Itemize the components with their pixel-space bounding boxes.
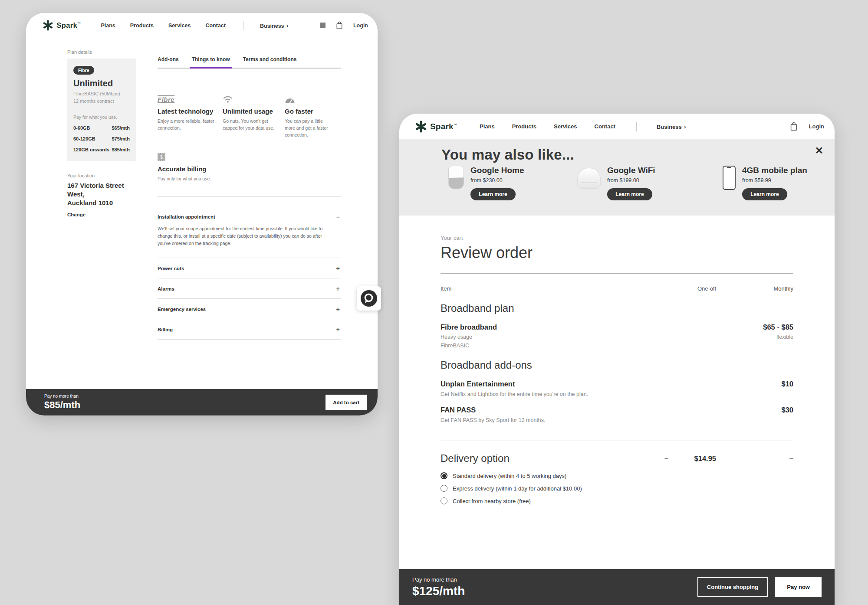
cart-subrow: Heavy usage flexible (441, 334, 793, 340)
radio-selected-icon[interactable] (441, 472, 447, 479)
nav-divider (243, 21, 243, 30)
login-link[interactable]: Login (809, 123, 824, 130)
accordion-header[interactable]: Billing + (158, 326, 340, 333)
nav-products[interactable]: Products (130, 23, 154, 29)
plan-tabs: Add-ons Things to know Terms and conditi… (158, 56, 341, 69)
monthly-price: $85/mth (44, 399, 80, 411)
monthly-price: $125/mth (412, 584, 465, 598)
cart-section: Your cart Review order Item One-off Mont… (399, 216, 835, 504)
feature-title: Go faster (285, 108, 334, 115)
right-header: Spark™ Plans Products Services Contact B… (399, 114, 835, 140)
accordion-header[interactable]: Power cuts + (158, 265, 340, 271)
upsell-title: You may also like... (441, 147, 835, 163)
billing-receipt-icon: $ (158, 153, 165, 161)
chat-launcher-button[interactable] (357, 286, 381, 311)
learn-more-button[interactable]: Learn more (742, 188, 787, 200)
item-name: Fibre broadband (441, 323, 651, 331)
product-price: from $59.99 (742, 177, 807, 183)
chevron-right-icon: › (684, 123, 686, 130)
wifi-icon (223, 95, 233, 103)
nav-divider (636, 122, 637, 131)
accordion-billing: Billing + (158, 319, 341, 340)
radio-express-delivery[interactable]: Express delivery (within 1 day for addit… (441, 485, 793, 492)
feature-desc: Go nuts. You won't get capped for your d… (223, 118, 278, 132)
feature-desc: You can pay a little more and get a fast… (285, 118, 334, 138)
tier-row: 60-120GB $75/mth (73, 136, 130, 141)
pay-no-more-label: Pay no more than (412, 576, 465, 583)
item-monthly-price: $65 - $85 (716, 323, 793, 331)
learn-more-button[interactable]: Learn more (470, 188, 516, 200)
nav-services[interactable]: Services (168, 23, 191, 29)
plan-tech: FibreBASIC (441, 343, 651, 349)
cart-row-fan-pass: FAN PASS $30 (441, 406, 793, 414)
change-location-link[interactable]: Change (67, 212, 85, 217)
expand-plus-icon[interactable]: + (336, 285, 340, 292)
tab-add-ons[interactable]: Add-ons (158, 56, 179, 68)
tier-range: 0-60GB (73, 125, 90, 131)
radio-unselected-icon[interactable] (441, 497, 447, 504)
accordion-header[interactable]: Installation appointment – (158, 213, 340, 220)
radio-label: Collect from nearby store (free) (453, 498, 531, 504)
spark-logo[interactable]: Spark™ (43, 20, 81, 31)
accordion-header[interactable]: Emergency services + (158, 306, 340, 312)
expand-plus-icon[interactable]: + (336, 326, 340, 333)
usage-label: Pay for what you use. (73, 114, 130, 120)
nav-contact[interactable]: Contact (595, 123, 615, 130)
tier-row: 0-60GB $65/mth (73, 125, 130, 131)
nav-products[interactable]: Products (512, 123, 536, 130)
nav-plans[interactable]: Plans (480, 123, 495, 130)
plan-contract: 12 months contract (73, 98, 130, 105)
plan-details-label: Plan details (67, 49, 136, 55)
col-monthly: Monthly (716, 285, 793, 292)
expand-plus-icon[interactable]: + (336, 265, 340, 271)
delivery-monthly-dash: – (716, 455, 793, 463)
square-icon[interactable] (320, 23, 326, 28)
right-sticky-footer: Pay no more than $125/mth Continue shopp… (399, 569, 835, 605)
accordion-installation-appointment: Installation appointment – We'll set you… (158, 197, 341, 258)
plan-details-window: Spark™ Plans Products Services Contact B… (26, 13, 378, 415)
nav-plans[interactable]: Plans (101, 23, 115, 29)
section-broadband-add-ons: Broadband add-ons (441, 359, 793, 371)
upsell-banner: ✕ You may also like... Google Home from … (399, 140, 835, 216)
tier-row: 120GB onwards $85/mth (73, 147, 130, 152)
accordion-title: Power cuts (158, 266, 184, 271)
feature-desc: Pay only for what you use. (158, 176, 216, 183)
right-header-right: Login (790, 122, 824, 131)
radio-collect-from-store[interactable]: Collect from nearby store (free) (441, 497, 793, 504)
location-address: 167 Victoria Street West, Auckland 1010 (67, 181, 136, 208)
section-broadband-plan: Broadband plan (441, 302, 793, 314)
nav-services[interactable]: Services (554, 123, 577, 130)
nav-business[interactable]: Business› (260, 22, 288, 29)
tab-terms-and-conditions[interactable]: Terms and conditions (243, 56, 297, 68)
your-cart-label: Your cart (441, 235, 793, 241)
radio-standard-delivery[interactable]: Standard delivery (within 4 to 5 working… (441, 472, 793, 479)
add-to-cart-button[interactable]: Add to cart (326, 395, 367, 410)
cart-row-unplan-entertainment: Unplan Entertainment $10 (441, 380, 793, 388)
location-label: Your location (67, 173, 136, 178)
continue-shopping-button[interactable]: Continue shopping (697, 577, 768, 597)
right-main-nav: Plans Products Services Contact Business… (480, 122, 686, 131)
accordion-header[interactable]: Alarms + (158, 285, 340, 292)
usage-level: Heavy usage (441, 334, 651, 340)
cart-bag-icon[interactable] (790, 122, 798, 131)
nav-contact[interactable]: Contact (205, 23, 226, 29)
collapse-minus-icon[interactable]: – (336, 213, 340, 220)
tab-things-to-know[interactable]: Things to know (192, 56, 230, 68)
nav-business[interactable]: Business› (657, 123, 686, 130)
accordion-power-cuts: Power cuts + (158, 258, 341, 278)
cart-bag-icon[interactable] (336, 21, 343, 29)
plan-name: Unlimited (73, 78, 130, 88)
spark-logo[interactable]: Spark™ (415, 121, 457, 133)
product-4gb-mobile-plan: 4GB mobile plan from $59.99 Learn more (723, 166, 807, 200)
chat-bubble-icon (360, 289, 378, 307)
tier-price: $85/mth (112, 147, 130, 152)
close-icon[interactable]: ✕ (812, 143, 826, 158)
expand-plus-icon[interactable]: + (336, 306, 340, 312)
login-link[interactable]: Login (353, 23, 368, 29)
fibre-logo-icon: Fibre (158, 96, 174, 103)
pay-now-button[interactable]: Pay now (775, 577, 822, 597)
tier-range: 120GB onwards (73, 147, 109, 152)
radio-unselected-icon[interactable] (441, 485, 447, 492)
learn-more-button[interactable]: Learn more (607, 188, 652, 200)
google-wifi-image (577, 168, 601, 189)
